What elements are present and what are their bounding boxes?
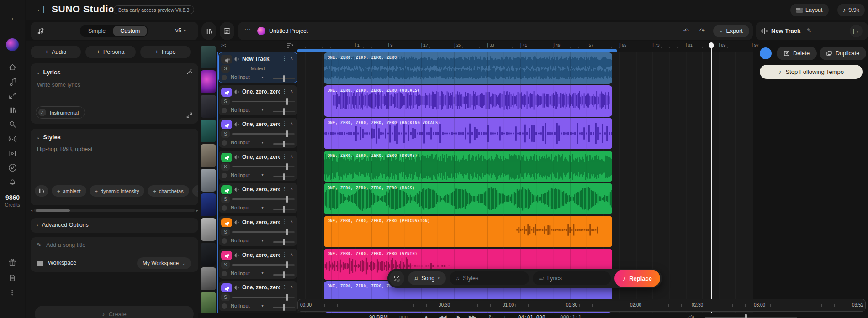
track-speaker-icon[interactable] bbox=[221, 185, 232, 194]
track-menu-kebab-icon[interactable]: ⋮ bbox=[282, 153, 287, 160]
record-arm-button[interactable] bbox=[222, 173, 227, 178]
track-menu-kebab-icon[interactable]: ⋮ bbox=[282, 88, 287, 94]
track-title[interactable]: One, zero, zerc bbox=[242, 219, 280, 225]
playhead-pin[interactable] bbox=[709, 42, 714, 48]
expand-bar-button[interactable] bbox=[389, 271, 404, 286]
tab-custom[interactable]: Custom bbox=[113, 26, 147, 36]
layout-button[interactable]: Layout bbox=[790, 4, 829, 16]
track-pan-slider[interactable] bbox=[273, 143, 295, 145]
track-header[interactable]: One, zero, zerc⋮∧SNo Input▾ bbox=[219, 281, 297, 311]
pan-knob[interactable] bbox=[283, 173, 285, 180]
track-menu-kebab-icon[interactable]: ⋮ bbox=[282, 251, 287, 258]
track-header[interactable]: One, zero, zerc⋮∧SNo Input▾ bbox=[219, 118, 297, 148]
track-pan-slider[interactable] bbox=[273, 209, 295, 210]
undo-button[interactable]: ↶ bbox=[683, 27, 689, 34]
styles-input[interactable]: Hip-hop, R&B, upbeat bbox=[37, 146, 93, 152]
track-menu-kebab-icon[interactable]: ⋮ bbox=[282, 120, 287, 127]
user-avatar[interactable] bbox=[6, 38, 19, 51]
track-speaker-icon[interactable] bbox=[221, 153, 232, 162]
track-title[interactable]: One, zero, zerc bbox=[242, 121, 280, 127]
track-menu-kebab-icon[interactable]: ⋮ bbox=[282, 186, 287, 192]
input-source-dropdown[interactable]: No Input▾ bbox=[231, 238, 264, 243]
volume-icon[interactable]: ◁)) bbox=[687, 314, 694, 318]
solo-button[interactable]: S bbox=[221, 261, 230, 269]
solo-button[interactable]: S bbox=[221, 228, 230, 236]
tab-simple[interactable]: Simple bbox=[81, 26, 113, 36]
track-color-swatch[interactable] bbox=[760, 47, 772, 59]
track-collapse-icon[interactable]: ∧ bbox=[290, 121, 293, 126]
volume-knob[interactable] bbox=[286, 130, 288, 137]
song-mode-dropdown[interactable]: ♫ Song ▾ bbox=[408, 271, 446, 285]
volume-knob[interactable] bbox=[286, 261, 288, 268]
model-version-dropdown[interactable]: v5 ▾ bbox=[175, 27, 186, 34]
track-title[interactable]: One, zero, zerc bbox=[242, 89, 280, 95]
track-pan-slider[interactable] bbox=[273, 274, 295, 276]
song-thumbnail[interactable] bbox=[201, 120, 216, 142]
duplicate-track-button[interactable]: Duplicate bbox=[820, 47, 866, 60]
song-title-field[interactable]: ✎ Add a song title bbox=[37, 242, 85, 248]
instrumental-toggle[interactable]: ✓ Instrumental bbox=[36, 106, 85, 119]
track-menu-kebab-icon[interactable]: ⋮ bbox=[282, 55, 287, 62]
track-collapse-icon[interactable]: ∧ bbox=[290, 89, 293, 94]
audio-clip[interactable]: ONE, ZERO, ZERO, ZERO, ZERO (DRUMS) bbox=[324, 151, 612, 182]
track-collapse-icon[interactable]: ∧ bbox=[290, 56, 293, 61]
track-pan-slider[interactable] bbox=[273, 307, 295, 308]
solo-button[interactable]: S bbox=[221, 65, 230, 73]
song-thumbnail[interactable] bbox=[201, 267, 216, 290]
chevron-down-icon[interactable]: ⌄ bbox=[37, 135, 40, 140]
song-thumbnail[interactable] bbox=[201, 292, 216, 315]
track-menu-kebab-icon[interactable]: ⋮ bbox=[282, 284, 287, 290]
volume-knob[interactable] bbox=[286, 196, 288, 203]
audio-clip[interactable]: ONE, ZERO, ZERO, ZERO, ZERO (VOCALS) bbox=[324, 85, 612, 117]
solo-button[interactable]: S bbox=[221, 130, 230, 138]
track-pan-slider[interactable] bbox=[273, 111, 295, 112]
sidebar-item-create-icon[interactable] bbox=[6, 75, 18, 87]
solo-button[interactable]: S bbox=[221, 293, 230, 301]
scroll-left-icon[interactable]: ◂ bbox=[31, 209, 32, 213]
volume-knob[interactable] bbox=[286, 163, 288, 170]
input-source-dropdown[interactable]: No Input▾ bbox=[231, 271, 264, 276]
track-collapse-icon[interactable]: ∧ bbox=[290, 252, 293, 257]
solo-button[interactable]: S bbox=[221, 98, 230, 105]
style-tag-chip[interactable]: +c bbox=[192, 185, 198, 197]
volume-knob[interactable] bbox=[286, 98, 288, 105]
collapse-panel-button[interactable]: |→ bbox=[850, 25, 863, 37]
track-pan-slider[interactable] bbox=[273, 241, 295, 243]
project-name[interactable]: Untitled Project bbox=[269, 28, 308, 34]
back-button[interactable]: ←| bbox=[37, 5, 45, 13]
input-source-dropdown[interactable]: No Input▾ bbox=[231, 303, 264, 308]
create-button[interactable]: ♪ Create bbox=[35, 306, 194, 318]
sidebar-item-more-icon[interactable] bbox=[6, 287, 18, 298]
sidebar-item-gifts-icon[interactable] bbox=[6, 256, 18, 268]
workspace-dropdown[interactable]: My Workspace ⌄ bbox=[137, 257, 191, 269]
song-thumbnail[interactable] bbox=[201, 144, 216, 167]
track-header[interactable]: One, zero, zerc⋮∧SNo Input▾ bbox=[219, 151, 297, 181]
sidebar-item-home-icon[interactable] bbox=[6, 61, 18, 73]
track-volume-slider[interactable] bbox=[232, 264, 295, 266]
quantize-icon[interactable]: ♩ bbox=[503, 314, 508, 318]
track-speaker-icon[interactable] bbox=[221, 218, 232, 227]
rename-pencil-icon[interactable]: ✎ bbox=[807, 27, 811, 34]
track-pan-slider[interactable] bbox=[273, 78, 295, 79]
skip-forward-icon[interactable]: ▶▶ bbox=[469, 314, 476, 318]
pan-knob[interactable] bbox=[283, 239, 285, 245]
styles-library-chip[interactable] bbox=[35, 185, 48, 197]
project-more-button[interactable]: ··· bbox=[244, 26, 251, 32]
time-ruler[interactable]: 00:0000:3001:0001:3002:0002:3003:0003:52 bbox=[297, 299, 866, 312]
record-arm-button[interactable] bbox=[222, 238, 227, 244]
track-menu-kebab-icon[interactable]: ⋮ bbox=[282, 219, 287, 225]
record-arm-button[interactable] bbox=[222, 303, 227, 309]
audio-clip[interactable]: ONE, ZERO, ZERO, ZERO, ZERO (BACKING VOC… bbox=[324, 118, 612, 149]
track-collapse-icon[interactable]: ∧ bbox=[290, 187, 293, 191]
solo-button[interactable]: S bbox=[221, 195, 230, 203]
audio-clip[interactable]: ONE, ZERO, ZERO, ZERO, ZERO (PERCUSSION) bbox=[324, 216, 612, 247]
input-source-dropdown[interactable]: No Input▾ bbox=[231, 74, 264, 80]
loop-icon[interactable]: ↻ bbox=[489, 314, 493, 318]
replace-button[interactable]: ♪ Replace bbox=[614, 270, 660, 287]
song-thumbnail[interactable] bbox=[201, 193, 216, 216]
styles-field[interactable]: ♫ Styles bbox=[450, 271, 529, 285]
track-mute-icon[interactable] bbox=[221, 55, 232, 64]
volume-knob[interactable] bbox=[286, 294, 288, 301]
track-volume-slider[interactable] bbox=[232, 297, 295, 298]
solo-button[interactable]: S bbox=[221, 163, 230, 171]
